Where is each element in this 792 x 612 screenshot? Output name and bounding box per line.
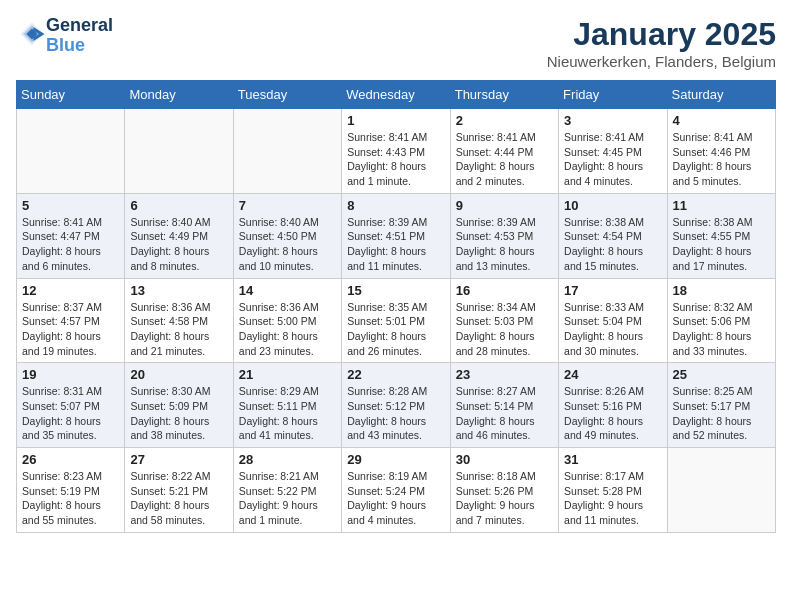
calendar-cell: 18Sunrise: 8:32 AM Sunset: 5:06 PM Dayli… <box>667 278 775 363</box>
calendar-cell: 21Sunrise: 8:29 AM Sunset: 5:11 PM Dayli… <box>233 363 341 448</box>
day-info: Sunrise: 8:29 AM Sunset: 5:11 PM Dayligh… <box>239 384 336 443</box>
day-info: Sunrise: 8:41 AM Sunset: 4:47 PM Dayligh… <box>22 215 119 274</box>
day-number: 23 <box>456 367 553 382</box>
page-header: GeneralBlue January 2025 Nieuwerkerken, … <box>16 16 776 70</box>
day-number: 24 <box>564 367 661 382</box>
day-number: 28 <box>239 452 336 467</box>
calendar-cell: 22Sunrise: 8:28 AM Sunset: 5:12 PM Dayli… <box>342 363 450 448</box>
calendar-cell <box>125 109 233 194</box>
calendar-cell: 12Sunrise: 8:37 AM Sunset: 4:57 PM Dayli… <box>17 278 125 363</box>
day-info: Sunrise: 8:41 AM Sunset: 4:44 PM Dayligh… <box>456 130 553 189</box>
day-info: Sunrise: 8:36 AM Sunset: 4:58 PM Dayligh… <box>130 300 227 359</box>
calendar-cell: 30Sunrise: 8:18 AM Sunset: 5:26 PM Dayli… <box>450 448 558 533</box>
calendar-week-row: 26Sunrise: 8:23 AM Sunset: 5:19 PM Dayli… <box>17 448 776 533</box>
calendar-cell: 6Sunrise: 8:40 AM Sunset: 4:49 PM Daylig… <box>125 193 233 278</box>
calendar-cell: 16Sunrise: 8:34 AM Sunset: 5:03 PM Dayli… <box>450 278 558 363</box>
weekday-header-thursday: Thursday <box>450 81 558 109</box>
day-info: Sunrise: 8:37 AM Sunset: 4:57 PM Dayligh… <box>22 300 119 359</box>
day-info: Sunrise: 8:30 AM Sunset: 5:09 PM Dayligh… <box>130 384 227 443</box>
day-info: Sunrise: 8:19 AM Sunset: 5:24 PM Dayligh… <box>347 469 444 528</box>
day-number: 10 <box>564 198 661 213</box>
day-info: Sunrise: 8:23 AM Sunset: 5:19 PM Dayligh… <box>22 469 119 528</box>
day-info: Sunrise: 8:38 AM Sunset: 4:55 PM Dayligh… <box>673 215 770 274</box>
calendar-cell: 31Sunrise: 8:17 AM Sunset: 5:28 PM Dayli… <box>559 448 667 533</box>
calendar-cell: 4Sunrise: 8:41 AM Sunset: 4:46 PM Daylig… <box>667 109 775 194</box>
day-number: 27 <box>130 452 227 467</box>
weekday-header-wednesday: Wednesday <box>342 81 450 109</box>
calendar-cell <box>17 109 125 194</box>
day-info: Sunrise: 8:25 AM Sunset: 5:17 PM Dayligh… <box>673 384 770 443</box>
calendar-cell: 25Sunrise: 8:25 AM Sunset: 5:17 PM Dayli… <box>667 363 775 448</box>
day-info: Sunrise: 8:17 AM Sunset: 5:28 PM Dayligh… <box>564 469 661 528</box>
day-info: Sunrise: 8:36 AM Sunset: 5:00 PM Dayligh… <box>239 300 336 359</box>
day-info: Sunrise: 8:31 AM Sunset: 5:07 PM Dayligh… <box>22 384 119 443</box>
calendar-cell: 9Sunrise: 8:39 AM Sunset: 4:53 PM Daylig… <box>450 193 558 278</box>
logo-text: GeneralBlue <box>46 16 113 56</box>
day-number: 9 <box>456 198 553 213</box>
day-number: 31 <box>564 452 661 467</box>
day-number: 4 <box>673 113 770 128</box>
weekday-header-friday: Friday <box>559 81 667 109</box>
day-info: Sunrise: 8:39 AM Sunset: 4:51 PM Dayligh… <box>347 215 444 274</box>
calendar-week-row: 12Sunrise: 8:37 AM Sunset: 4:57 PM Dayli… <box>17 278 776 363</box>
calendar-cell: 24Sunrise: 8:26 AM Sunset: 5:16 PM Dayli… <box>559 363 667 448</box>
calendar-cell: 15Sunrise: 8:35 AM Sunset: 5:01 PM Dayli… <box>342 278 450 363</box>
day-number: 25 <box>673 367 770 382</box>
day-number: 20 <box>130 367 227 382</box>
day-number: 13 <box>130 283 227 298</box>
day-number: 30 <box>456 452 553 467</box>
day-info: Sunrise: 8:27 AM Sunset: 5:14 PM Dayligh… <box>456 384 553 443</box>
calendar-cell: 28Sunrise: 8:21 AM Sunset: 5:22 PM Dayli… <box>233 448 341 533</box>
calendar-cell: 29Sunrise: 8:19 AM Sunset: 5:24 PM Dayli… <box>342 448 450 533</box>
calendar-week-row: 19Sunrise: 8:31 AM Sunset: 5:07 PM Dayli… <box>17 363 776 448</box>
calendar-subtitle: Nieuwerkerken, Flanders, Belgium <box>547 53 776 70</box>
calendar-cell: 3Sunrise: 8:41 AM Sunset: 4:45 PM Daylig… <box>559 109 667 194</box>
calendar-cell: 2Sunrise: 8:41 AM Sunset: 4:44 PM Daylig… <box>450 109 558 194</box>
day-number: 15 <box>347 283 444 298</box>
calendar-week-row: 5Sunrise: 8:41 AM Sunset: 4:47 PM Daylig… <box>17 193 776 278</box>
day-number: 12 <box>22 283 119 298</box>
weekday-header-sunday: Sunday <box>17 81 125 109</box>
day-info: Sunrise: 8:32 AM Sunset: 5:06 PM Dayligh… <box>673 300 770 359</box>
day-number: 5 <box>22 198 119 213</box>
calendar-cell: 14Sunrise: 8:36 AM Sunset: 5:00 PM Dayli… <box>233 278 341 363</box>
day-info: Sunrise: 8:18 AM Sunset: 5:26 PM Dayligh… <box>456 469 553 528</box>
weekday-header-monday: Monday <box>125 81 233 109</box>
day-number: 8 <box>347 198 444 213</box>
day-number: 19 <box>22 367 119 382</box>
day-number: 6 <box>130 198 227 213</box>
calendar-cell: 7Sunrise: 8:40 AM Sunset: 4:50 PM Daylig… <box>233 193 341 278</box>
calendar-cell: 13Sunrise: 8:36 AM Sunset: 4:58 PM Dayli… <box>125 278 233 363</box>
calendar-cell: 8Sunrise: 8:39 AM Sunset: 4:51 PM Daylig… <box>342 193 450 278</box>
title-block: January 2025 Nieuwerkerken, Flanders, Be… <box>547 16 776 70</box>
day-number: 17 <box>564 283 661 298</box>
day-info: Sunrise: 8:39 AM Sunset: 4:53 PM Dayligh… <box>456 215 553 274</box>
calendar-cell: 23Sunrise: 8:27 AM Sunset: 5:14 PM Dayli… <box>450 363 558 448</box>
day-info: Sunrise: 8:26 AM Sunset: 5:16 PM Dayligh… <box>564 384 661 443</box>
day-number: 2 <box>456 113 553 128</box>
day-info: Sunrise: 8:21 AM Sunset: 5:22 PM Dayligh… <box>239 469 336 528</box>
day-number: 3 <box>564 113 661 128</box>
logo-icon <box>18 20 46 48</box>
calendar-table: SundayMondayTuesdayWednesdayThursdayFrid… <box>16 80 776 533</box>
calendar-cell: 5Sunrise: 8:41 AM Sunset: 4:47 PM Daylig… <box>17 193 125 278</box>
day-info: Sunrise: 8:34 AM Sunset: 5:03 PM Dayligh… <box>456 300 553 359</box>
day-number: 18 <box>673 283 770 298</box>
calendar-title: January 2025 <box>547 16 776 53</box>
weekday-header-saturday: Saturday <box>667 81 775 109</box>
calendar-cell: 20Sunrise: 8:30 AM Sunset: 5:09 PM Dayli… <box>125 363 233 448</box>
day-number: 11 <box>673 198 770 213</box>
day-number: 26 <box>22 452 119 467</box>
day-number: 14 <box>239 283 336 298</box>
day-info: Sunrise: 8:28 AM Sunset: 5:12 PM Dayligh… <box>347 384 444 443</box>
calendar-cell: 19Sunrise: 8:31 AM Sunset: 5:07 PM Dayli… <box>17 363 125 448</box>
day-number: 1 <box>347 113 444 128</box>
day-info: Sunrise: 8:33 AM Sunset: 5:04 PM Dayligh… <box>564 300 661 359</box>
weekday-header-row: SundayMondayTuesdayWednesdayThursdayFrid… <box>17 81 776 109</box>
calendar-cell: 11Sunrise: 8:38 AM Sunset: 4:55 PM Dayli… <box>667 193 775 278</box>
day-info: Sunrise: 8:35 AM Sunset: 5:01 PM Dayligh… <box>347 300 444 359</box>
day-number: 22 <box>347 367 444 382</box>
weekday-header-tuesday: Tuesday <box>233 81 341 109</box>
day-info: Sunrise: 8:40 AM Sunset: 4:49 PM Dayligh… <box>130 215 227 274</box>
day-number: 7 <box>239 198 336 213</box>
